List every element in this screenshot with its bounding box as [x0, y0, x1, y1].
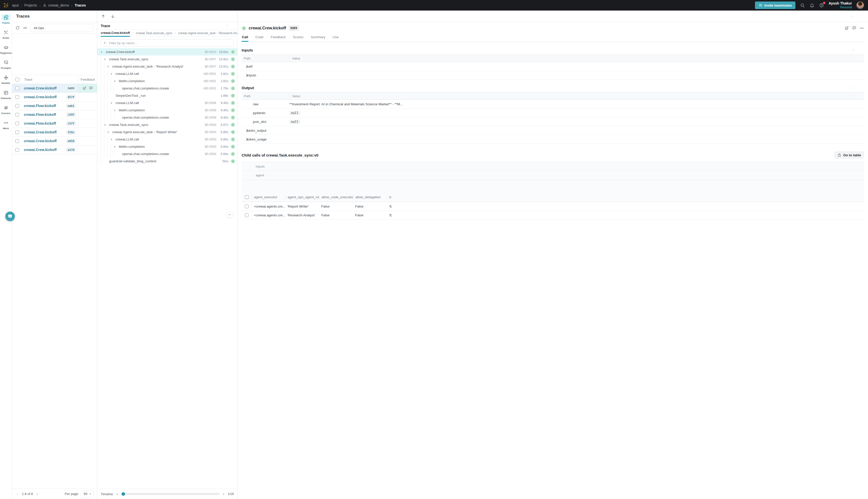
columns-icon[interactable]: [23, 26, 27, 30]
trace-table-row[interactable]: crewai.Flow.kickoff c5ff: [12, 119, 97, 128]
child-call-row[interactable]: <crewai.agents.cre...'Report Writer'Fals…: [242, 202, 394, 211]
sidebar-item-traces[interactable]: Traces: [0, 14, 12, 29]
tab-scores[interactable]: Scores: [293, 34, 303, 42]
tab-call[interactable]: Call: [241, 34, 248, 42]
tree-row[interactable]: ∨ crewai.LLM.call $0.0006 9.40s: [97, 99, 237, 107]
arrow-down-icon[interactable]: [111, 14, 115, 19]
chevron-down-icon[interactable]: ∨: [114, 80, 119, 82]
tree-row[interactable]: openai.chat.completions.create $0.0006 9…: [97, 114, 237, 121]
trace-name-link[interactable]: crewai.Crew.kickoff: [24, 86, 66, 90]
trace-table-row[interactable]: crewai.Crew.kickoff a17d: [12, 145, 97, 154]
sidebar-item-prompts[interactable]: Prompts: [0, 59, 12, 74]
column-header-agent_executor[interactable]: agent_executor: [251, 194, 285, 200]
kv-row[interactable]: json_dict null: [241, 117, 394, 126]
select-all-checkbox[interactable]: [15, 78, 19, 82]
trace-table-row[interactable]: crewai.Flow.kickoff eab1: [12, 101, 97, 110]
kv-row[interactable]: ❯tasks_output: [241, 126, 394, 135]
select-all-checkbox[interactable]: [245, 195, 249, 199]
trace-name-link[interactable]: crewai.Flow.kickoff: [24, 121, 66, 125]
tab-code[interactable]: Code: [255, 34, 264, 42]
sidebar-item-scorers[interactable]: Scorers: [0, 105, 12, 120]
feedback-cell[interactable]: [78, 137, 97, 145]
chevron-down-icon[interactable]: ∨: [114, 109, 119, 112]
chevron-down-icon[interactable]: ∨: [111, 72, 115, 75]
arrow-up-icon[interactable]: [101, 14, 106, 19]
chevron-right-icon[interactable]: ❯: [241, 74, 247, 77]
trace-name-link[interactable]: crewai.Crew.kickoff: [24, 95, 66, 99]
comment-icon[interactable]: [89, 86, 93, 90]
feedback-cell[interactable]: [78, 93, 97, 101]
code-icon[interactable]: [230, 25, 231, 27]
tree-row[interactable]: ∨ crewai.LLM.call $0.0003 5.85s: [97, 136, 237, 143]
tree-row[interactable]: SerperDevTool._run 1.66s: [97, 92, 237, 99]
feedback-cell[interactable]: [78, 84, 97, 93]
collapse-timeline-button[interactable]: [226, 211, 233, 218]
feedback-cell[interactable]: [78, 101, 97, 110]
row-checkbox[interactable]: [15, 95, 19, 99]
tab-summary[interactable]: Summary: [310, 34, 325, 42]
trace-table-row[interactable]: crewai.Crew.kickoff 9d89: [12, 84, 97, 93]
trace-name-link[interactable]: crewai.Crew.kickoff: [24, 139, 66, 143]
child-call-row[interactable]: <crewai.agents.cre...'Research Analyst'F…: [242, 211, 394, 220]
tree-row[interactable]: ∨ crewai.Task.execute_sync $0.0003 5.87s: [97, 121, 237, 129]
tree-row[interactable]: ∨ litellm.completion $0.0006 9.40s: [97, 107, 237, 114]
row-checkbox[interactable]: [15, 130, 19, 134]
tree-row[interactable]: ∨ crewai.Task.execute_sync $0.0007 13.92…: [97, 56, 237, 63]
chevron-down-icon[interactable]: ∨: [107, 65, 112, 68]
sidebar-item-datasets[interactable]: Datasets: [0, 89, 12, 105]
row-checkbox[interactable]: [15, 104, 19, 108]
column-header-agent_ops_agent_nan[interactable]: agent_ops_agent_nan: [285, 194, 319, 200]
tab-use[interactable]: Use: [332, 34, 339, 42]
chevron-down-icon[interactable]: ∨: [114, 145, 119, 148]
kv-row[interactable]: ❯token_usage: [241, 135, 394, 144]
kv-row[interactable]: ❯inputs: [241, 71, 394, 80]
wandb-logo-icon[interactable]: [0, 2, 12, 8]
tree-row[interactable]: ∨ litellm.completion $0.0003 5.84s: [97, 143, 237, 150]
kv-row[interactable]: raw **Investment Report: AI in Chemical …: [241, 100, 394, 109]
trace-tree-icon[interactable]: [226, 25, 228, 27]
trace-tab[interactable]: crewai.Task.execute_sync: [136, 30, 172, 37]
kv-row[interactable]: ❯self: [241, 62, 394, 71]
trace-table-row[interactable]: crewai.Crew.kickoff 316c: [12, 128, 97, 137]
row-checkbox[interactable]: [15, 139, 19, 143]
row-checkbox[interactable]: [245, 213, 249, 217]
tree-row[interactable]: openai.chat.completions.create <$0.0001 …: [97, 85, 237, 92]
row-checkbox[interactable]: [15, 86, 19, 90]
trace-name-link[interactable]: crewai.Flow.kickoff: [24, 112, 66, 117]
flame-graph-icon[interactable]: [233, 25, 235, 27]
chevron-down-icon[interactable]: ∨: [107, 131, 112, 133]
trace-name-link[interactable]: crewai.Crew.kickoff: [24, 148, 66, 152]
sidebar-item-more[interactable]: More: [0, 120, 12, 135]
row-checkbox[interactable]: [15, 113, 19, 117]
column-header-allow_code_execution[interactable]: allow_code_execution: [319, 194, 353, 200]
tree-row[interactable]: ∨ crewai.Crew.kickoff $0.0010 19.83s: [97, 48, 237, 56]
feedback-cell[interactable]: [78, 119, 97, 127]
feedback-cell[interactable]: [78, 110, 97, 119]
trace-table-row[interactable]: crewai.Crew.kickoff e058: [12, 137, 97, 145]
tree-row[interactable]: openai.chat.completions.create $0.0003 5…: [97, 150, 237, 158]
row-checkbox[interactable]: [15, 122, 19, 125]
tree-row[interactable]: ∨ litellm.completion <$0.0001 2.82s: [97, 77, 237, 85]
column-header-b[interactable]: b: [387, 194, 394, 200]
trace-table-row[interactable]: crewai.Flow.kickoff c59f: [12, 110, 97, 119]
sidebar-item-evals[interactable]: Evals: [0, 29, 12, 44]
chevron-down-icon[interactable]: ∨: [101, 50, 106, 53]
chat-widget-button[interactable]: [5, 211, 15, 221]
refresh-icon[interactable]: [15, 26, 20, 30]
feedback-cell[interactable]: [78, 145, 97, 154]
chevron-down-icon[interactable]: ∨: [104, 123, 109, 126]
chevron-down-icon[interactable]: ∨: [111, 101, 115, 104]
chevron-right-icon[interactable]: ❯: [241, 65, 247, 68]
chevron-down-icon[interactable]: ∨: [111, 138, 115, 141]
breadcrumb-projects[interactable]: Projects: [24, 3, 37, 7]
feedback-cell[interactable]: [78, 128, 97, 136]
call-id-badge[interactable]: 9d89: [288, 25, 299, 31]
chevron-right-icon[interactable]: ❯: [241, 138, 247, 141]
column-header-allow_delegation[interactable]: allow_delegation: [353, 194, 387, 200]
op-name-filter[interactable]: [101, 39, 234, 47]
tab-feedback[interactable]: Feedback: [271, 34, 286, 42]
sidebar-item-models[interactable]: Models: [0, 74, 12, 89]
chevron-right-icon[interactable]: ❯: [241, 129, 247, 132]
breadcrumb-user[interactable]: ayut: [12, 3, 18, 7]
row-checkbox[interactable]: [245, 205, 249, 208]
